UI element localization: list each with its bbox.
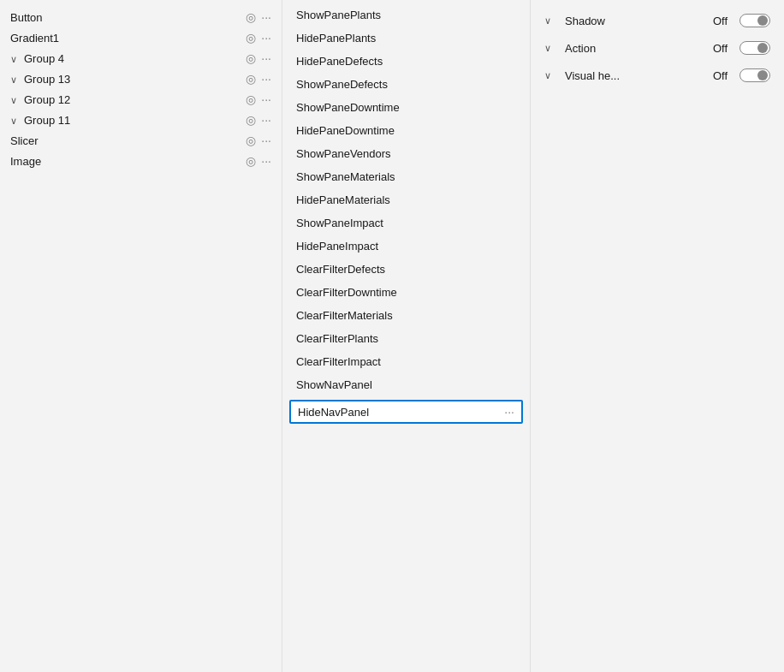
- more-options-icon[interactable]: ···: [261, 92, 271, 106]
- middle-item-showPaneDefects[interactable]: ShowPaneDefects: [282, 73, 530, 96]
- right-row-label-shadow: Shadow: [565, 15, 706, 27]
- chevron-icon: ∨: [10, 74, 21, 86]
- toggle-track: [739, 41, 770, 55]
- chevron-icon: ∨: [544, 15, 555, 27]
- middle-item-showNavPanel[interactable]: ShowNavPanel: [282, 373, 530, 396]
- left-panel: Button◎···Gradient1◎···∨ Group 4◎···∨ Gr…: [0, 0, 282, 672]
- left-item-group13[interactable]: ∨ Group 13◎···: [0, 68, 282, 89]
- chevron-icon: ∨: [10, 54, 21, 65]
- middle-item-hidePaneMaterials[interactable]: HidePaneMaterials: [282, 188, 530, 211]
- middle-item-hidePanePlants[interactable]: HidePanePlants: [282, 27, 530, 50]
- eye-icon[interactable]: ◎: [246, 134, 256, 147]
- left-item-image[interactable]: Image◎···: [0, 151, 282, 171]
- chevron-icon: ∨: [544, 70, 555, 81]
- toggle-thumb: [757, 70, 768, 80]
- left-item-label-slicer: Slicer: [10, 134, 246, 147]
- middle-item-clearFilterMaterials[interactable]: ClearFilterMaterials: [282, 304, 530, 327]
- middle-item-hidePaneDowntime[interactable]: HidePaneDowntime: [282, 119, 530, 142]
- left-item-label-group4: ∨ Group 4: [10, 52, 246, 65]
- toggle-track: [739, 14, 770, 27]
- edit-input-wrapper: ···: [289, 400, 523, 424]
- right-row-shadow: ∨ShadowOff: [531, 7, 784, 34]
- eye-icon[interactable]: ◎: [246, 92, 256, 106]
- eye-icon[interactable]: ◎: [246, 31, 256, 45]
- left-item-label-group11: ∨ Group 11: [10, 114, 246, 127]
- toggle-track: [739, 68, 770, 82]
- middle-item-showPaneVendors[interactable]: ShowPaneVendors: [282, 142, 530, 165]
- middle-item-clearFilterPlants[interactable]: ClearFilterPlants: [282, 327, 530, 350]
- toggle-action[interactable]: [739, 41, 770, 55]
- right-row-value-visual_he: Off: [713, 69, 728, 82]
- middle-item-hidePaneImpact[interactable]: HidePaneImpact: [282, 235, 530, 258]
- right-row-label-action: Action: [565, 42, 706, 55]
- middle-list: ShowPanePlantsHidePanePlantsHidePaneDefe…: [282, 0, 530, 672]
- more-options-icon[interactable]: ···: [261, 134, 271, 147]
- more-options-icon[interactable]: ···: [261, 113, 271, 127]
- left-item-label-group12: ∨ Group 12: [10, 93, 246, 106]
- eye-icon[interactable]: ◎: [246, 113, 256, 127]
- edit-input-field[interactable]: [298, 406, 504, 419]
- toggle-visual_he[interactable]: [739, 68, 770, 82]
- chevron-icon: ∨: [544, 43, 555, 54]
- chevron-icon: ∨: [10, 95, 21, 106]
- left-item-group4[interactable]: ∨ Group 4◎···: [0, 48, 282, 68]
- middle-item-editing-hideNavPanel: ···: [289, 400, 523, 424]
- left-item-group11[interactable]: ∨ Group 11◎···: [0, 110, 282, 130]
- middle-item-hidePaneDefects[interactable]: HidePaneDefects: [282, 50, 530, 73]
- left-item-gradient1[interactable]: Gradient1◎···: [0, 27, 282, 48]
- more-options-icon[interactable]: ···: [261, 31, 271, 45]
- more-options-icon[interactable]: ···: [261, 51, 271, 65]
- toggle-thumb: [757, 43, 768, 53]
- more-options-icon[interactable]: ···: [261, 154, 271, 168]
- toggle-shadow[interactable]: [739, 14, 770, 27]
- middle-item-showPaneMaterials[interactable]: ShowPaneMaterials: [282, 165, 530, 188]
- middle-panel: ShowPanePlantsHidePanePlantsHidePaneDefe…: [282, 0, 531, 672]
- edit-more-icon[interactable]: ···: [504, 405, 514, 419]
- right-panel: ∨ShadowOff∨ActionOff∨Visual he...Off: [531, 0, 784, 672]
- middle-item-clearFilterDowntime[interactable]: ClearFilterDowntime: [282, 281, 530, 304]
- right-row-visual_he: ∨Visual he...Off: [531, 62, 784, 89]
- left-item-slicer[interactable]: Slicer◎···: [0, 130, 282, 151]
- middle-item-clearFilterDefects[interactable]: ClearFilterDefects: [282, 258, 530, 281]
- toggle-thumb: [757, 15, 768, 26]
- right-row-value-action: Off: [713, 42, 728, 55]
- eye-icon[interactable]: ◎: [246, 51, 256, 65]
- right-row-value-shadow: Off: [713, 15, 728, 27]
- left-item-label-image: Image: [10, 155, 246, 168]
- middle-item-showPanePlants[interactable]: ShowPanePlants: [282, 3, 530, 27]
- more-options-icon[interactable]: ···: [261, 72, 271, 86]
- left-item-button[interactable]: Button◎···: [0, 7, 282, 27]
- left-item-label-gradient1: Gradient1: [10, 32, 246, 45]
- eye-icon[interactable]: ◎: [246, 72, 256, 86]
- middle-item-clearFilterImpact[interactable]: ClearFilterImpact: [282, 350, 530, 373]
- middle-item-showPaneDowntime[interactable]: ShowPaneDowntime: [282, 96, 530, 119]
- eye-icon[interactable]: ◎: [246, 154, 256, 168]
- middle-item-showPaneImpact[interactable]: ShowPaneImpact: [282, 211, 530, 235]
- left-item-group12[interactable]: ∨ Group 12◎···: [0, 89, 282, 110]
- left-item-label-group13: ∨ Group 13: [10, 73, 246, 86]
- right-row-label-visual_he: Visual he...: [565, 69, 706, 82]
- right-row-action: ∨ActionOff: [531, 34, 784, 62]
- more-options-icon[interactable]: ···: [261, 10, 271, 24]
- chevron-icon: ∨: [10, 116, 21, 127]
- eye-icon[interactable]: ◎: [246, 10, 256, 24]
- left-item-label-button: Button: [10, 11, 246, 24]
